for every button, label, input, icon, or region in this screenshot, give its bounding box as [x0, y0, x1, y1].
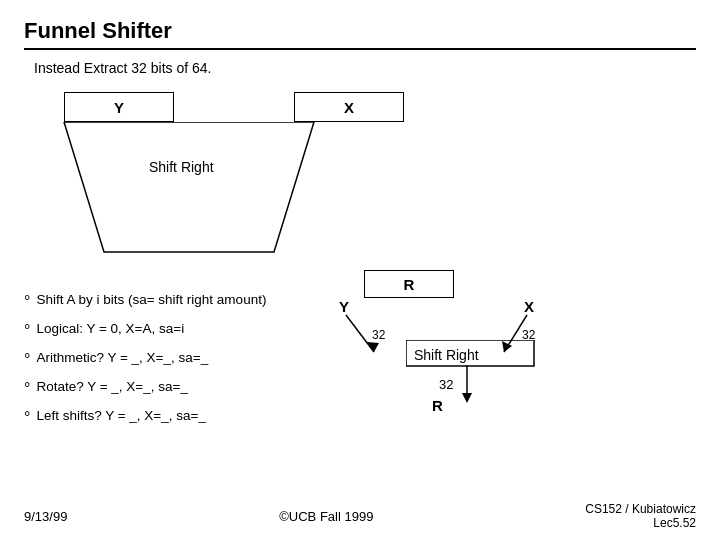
r-bottom-label: R — [432, 397, 443, 414]
footer-lecture: Lec5.52 — [585, 516, 696, 530]
trapezoid-svg: Shift Right — [54, 122, 434, 292]
top-boxes: Y X — [64, 92, 404, 122]
bullet-dot-1: ° — [24, 293, 30, 311]
footer-course: CS152 / Kubiatowicz — [585, 502, 696, 516]
bottom-32-label: 32 — [439, 377, 453, 392]
svg-marker-4 — [367, 342, 379, 352]
bullet-dot-3: ° — [24, 351, 30, 369]
bullets-container: ° Shift A by i bits (sa= shift right amo… — [24, 292, 344, 437]
bullet-2: ° Logical: Y = 0, X=A, sa=i — [24, 321, 344, 340]
bullet-dot-2: ° — [24, 322, 30, 340]
bullet-dot-5: ° — [24, 409, 30, 427]
r-box: R — [364, 270, 454, 298]
bullet-text-3: Arithmetic? Y = _, X=_, sa=_ — [36, 350, 208, 365]
shift-right-box-svg — [406, 340, 536, 368]
x-box: X — [294, 92, 404, 122]
bullet-dot-4: ° — [24, 380, 30, 398]
bullet-4: ° Rotate? Y = _, X=_, sa=_ — [24, 379, 344, 398]
bullet-3: ° Arithmetic? Y = _, X=_, sa=_ — [24, 350, 344, 369]
bullet-5: ° Left shifts? Y = _, X=_, sa=_ — [24, 408, 344, 427]
diagram-area: Y X Shift Right R Y 32 — [24, 92, 696, 402]
svg-line-3 — [346, 315, 374, 352]
page-title: Funnel Shifter — [24, 18, 696, 50]
y-box: Y — [64, 92, 174, 122]
footer-copyright: ©UCB Fall 1999 — [279, 509, 373, 524]
bullet-text-4: Rotate? Y = _, X=_, sa=_ — [36, 379, 188, 394]
svg-rect-10 — [406, 340, 534, 366]
bottom-arrow-svg — [459, 365, 479, 415]
svg-text:Shift Right: Shift Right — [149, 159, 214, 175]
svg-text:32: 32 — [372, 328, 386, 342]
svg-marker-12 — [462, 393, 472, 403]
bullet-text-5: Left shifts? Y = _, X=_, sa=_ — [36, 408, 206, 423]
footer-right: CS152 / Kubiatowicz Lec5.52 — [585, 502, 696, 530]
bullet-1: ° Shift A by i bits (sa= shift right amo… — [24, 292, 344, 311]
subtitle: Instead Extract 32 bits of 64. — [34, 60, 696, 76]
bullet-text-2: Logical: Y = 0, X=A, sa=i — [36, 321, 184, 336]
bullet-text-1: Shift A by i bits (sa= shift right amoun… — [36, 292, 266, 307]
y-arrow-svg: Y 32 — [334, 297, 414, 377]
footer-date: 9/13/99 — [24, 509, 67, 524]
footer: 9/13/99 ©UCB Fall 1999 CS152 / Kubiatowi… — [0, 502, 720, 530]
svg-marker-0 — [64, 122, 314, 252]
svg-text:X: X — [524, 298, 534, 315]
